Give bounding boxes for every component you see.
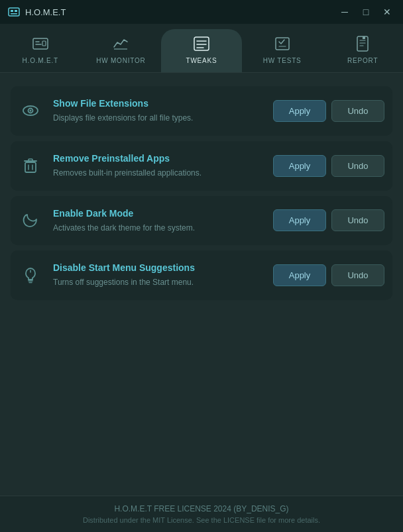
- close-button[interactable]: ✕: [379, 4, 395, 20]
- tweak-title-start-suggestions: Disable Start Menu Suggestions: [53, 262, 262, 273]
- tweak-actions-dark-mode: Apply Undo: [273, 209, 384, 231]
- nav-item-hw-monitor[interactable]: HW MONITOR: [81, 29, 162, 72]
- tweak-title-preinstalled-apps: Remove Preinstalled Apps: [53, 153, 262, 164]
- apply-button-file-extensions[interactable]: Apply: [273, 100, 326, 122]
- title-bar: H.O.M.E.T ─ □ ✕: [0, 0, 403, 24]
- hw-monitor-icon: [111, 34, 130, 53]
- undo-button-start-suggestions[interactable]: Undo: [331, 264, 384, 286]
- eye-icon: [19, 99, 42, 123]
- nav-label-homet: H.O.M.E.T: [23, 57, 58, 64]
- undo-button-file-extensions[interactable]: Undo: [331, 100, 384, 122]
- tweak-title-dark-mode: Enable Dark Mode: [53, 208, 262, 219]
- svg-rect-1: [11, 10, 13, 12]
- nav-item-homet[interactable]: H.O.M.E.T: [0, 29, 81, 72]
- nav-label-tweaks: TWEAKS: [186, 57, 217, 64]
- tweak-disable-start-suggestions: Disable Start Menu Suggestions Turns off…: [11, 250, 392, 300]
- report-icon: [353, 34, 372, 53]
- app-title: H.O.M.E.T: [25, 7, 337, 17]
- undo-button-preinstalled-apps[interactable]: Undo: [331, 155, 384, 177]
- tweak-desc-start-suggestions: Turns off suggestions in the Start menu.: [53, 277, 262, 288]
- tweak-title-file-extensions: Show File Extensions: [53, 98, 262, 109]
- svg-rect-2: [15, 10, 17, 12]
- tweak-info-start-suggestions: Disable Start Menu Suggestions Turns off…: [53, 262, 262, 288]
- svg-rect-21: [25, 162, 36, 172]
- tweak-info-file-extensions: Show File Extensions Displays file exten…: [53, 98, 262, 124]
- apply-button-start-suggestions[interactable]: Apply: [273, 264, 326, 286]
- nav-item-tweaks[interactable]: TWEAKS: [161, 29, 242, 72]
- nav-label-report: REPORT: [347, 57, 378, 64]
- maximize-button[interactable]: □: [358, 4, 374, 20]
- nav-item-hw-tests[interactable]: HW TESTS: [242, 29, 323, 72]
- footer-license-text: H.O.M.E.T FREE LICENSE 2024 (BY_DENIS_G): [11, 504, 392, 513]
- tweak-show-file-extensions: Show File Extensions Displays file exten…: [11, 86, 392, 136]
- svg-point-20: [30, 110, 32, 112]
- tweak-desc-dark-mode: Activates the dark theme for the system.: [53, 223, 262, 234]
- apply-button-preinstalled-apps[interactable]: Apply: [273, 155, 326, 177]
- undo-button-dark-mode[interactable]: Undo: [331, 209, 384, 231]
- footer-mit-text: Distributed under the MIT License. See t…: [11, 516, 392, 524]
- svg-rect-17: [363, 36, 365, 39]
- tweak-info-dark-mode: Enable Dark Mode Activates the dark them…: [53, 208, 262, 234]
- moon-icon: [19, 209, 42, 233]
- svg-rect-7: [194, 37, 209, 50]
- tweak-actions-start-suggestions: Apply Undo: [273, 264, 384, 286]
- tweak-actions-preinstalled-apps: Apply Undo: [273, 155, 384, 177]
- homet-icon: [31, 34, 50, 53]
- trash-icon: [19, 154, 42, 178]
- app-icon: [8, 6, 20, 18]
- main-content: Show File Extensions Displays file exten…: [0, 73, 403, 496]
- nav-label-hw-monitor: HW MONITOR: [96, 57, 145, 64]
- svg-rect-5: [42, 41, 46, 46]
- minimize-button[interactable]: ─: [337, 4, 353, 20]
- tweak-enable-dark-mode: Enable Dark Mode Activates the dark them…: [11, 196, 392, 246]
- tweak-info-preinstalled-apps: Remove Preinstalled Apps Removes built-i…: [53, 153, 262, 179]
- tweaks-icon: [192, 34, 211, 53]
- tweak-desc-preinstalled-apps: Removes built-in preinstalled applicatio…: [53, 168, 262, 179]
- tweak-desc-file-extensions: Displays file extensions for all file ty…: [53, 113, 262, 124]
- nav-item-report[interactable]: REPORT: [322, 29, 403, 72]
- footer: H.O.M.E.T FREE LICENSE 2024 (BY_DENIS_G)…: [0, 496, 403, 532]
- window-controls: ─ □ ✕: [337, 4, 395, 20]
- nav-bar: H.O.M.E.T HW MONITOR TWEAKS: [0, 24, 403, 73]
- tweak-actions-file-extensions: Apply Undo: [273, 100, 384, 122]
- tweak-remove-preinstalled-apps: Remove Preinstalled Apps Removes built-i…: [11, 141, 392, 191]
- hw-tests-icon: [273, 34, 292, 53]
- svg-rect-11: [276, 38, 289, 50]
- bulb-icon: [19, 264, 42, 288]
- svg-rect-3: [11, 13, 17, 15]
- svg-rect-0: [9, 8, 19, 16]
- nav-label-hw-tests: HW TESTS: [263, 57, 302, 64]
- apply-button-dark-mode[interactable]: Apply: [273, 209, 326, 231]
